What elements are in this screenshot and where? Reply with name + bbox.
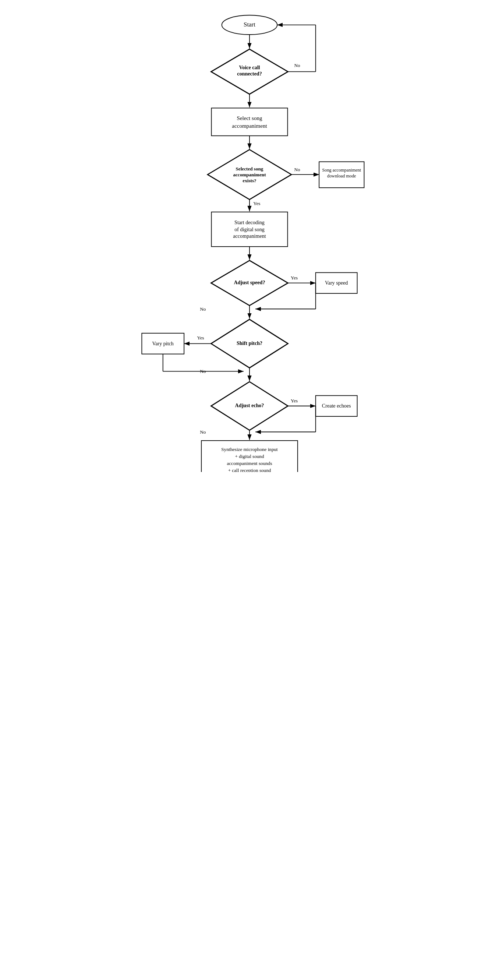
select-song-label: Select song xyxy=(237,115,262,121)
synthesize-label3: accompaniment sounds xyxy=(227,461,272,466)
download-mode-label2: download mode xyxy=(327,173,356,178)
song-exists-label3: exists? xyxy=(243,178,256,183)
yes-label-pitch: Yes xyxy=(197,335,204,340)
start-decoding-label2: of digital song xyxy=(234,226,265,232)
start-decoding-label1: Start decoding xyxy=(234,220,265,225)
synthesize-label4: + call reception sound xyxy=(228,468,271,473)
adjust-speed-label: Adjust speed? xyxy=(234,279,265,285)
yes-label-echo: Yes xyxy=(291,398,298,404)
adjust-echo-label: Adjust echo? xyxy=(235,403,264,409)
synthesize-label2: + digital sound xyxy=(235,453,264,459)
create-echoes-label: Create echoes xyxy=(322,403,351,409)
voice-call-label2: connected? xyxy=(237,71,262,76)
voice-call-label: Voice call xyxy=(239,64,260,70)
shift-pitch-label: Shift pitch? xyxy=(237,340,262,346)
no-label-voice: No xyxy=(294,63,300,68)
no-label-echo: No xyxy=(200,429,206,435)
no-label-pitch: No xyxy=(200,369,206,374)
vary-speed-label: Vary speed xyxy=(325,280,348,286)
no-label-exists: No xyxy=(294,167,300,172)
flowchart-container: Start Voice call connected? No Select so… xyxy=(125,0,374,484)
yes-label-speed: Yes xyxy=(291,275,298,280)
vary-pitch-label: Vary pitch xyxy=(153,340,174,347)
download-mode-label1: Song accompaniment xyxy=(323,167,361,173)
synthesize-label1: Synthesize microphone input xyxy=(221,447,278,452)
start-label: Start xyxy=(244,21,255,28)
svg-rect-8 xyxy=(211,108,288,135)
song-exists-label2: accompaniment xyxy=(233,172,266,177)
start-decoding-label3: accompaniment xyxy=(233,233,266,239)
flowchart-svg: Start Voice call connected? No Select so… xyxy=(132,11,367,472)
yes-label-exists: Yes xyxy=(253,200,260,206)
no-label-speed: No xyxy=(200,306,206,312)
select-song-label2: accompaniment xyxy=(232,123,267,129)
song-exists-label1: Selected song xyxy=(236,166,264,172)
